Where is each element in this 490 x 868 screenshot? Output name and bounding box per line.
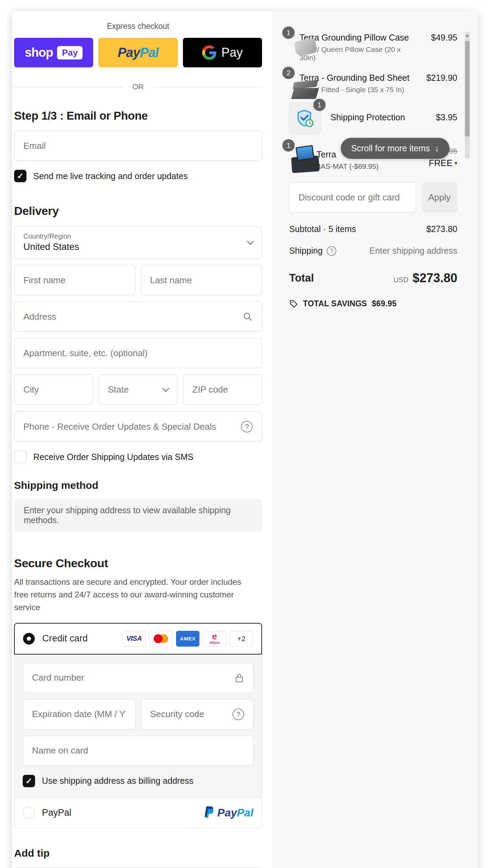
checkbox-check-icon: ✓ (14, 170, 26, 182)
secure-checkout-subtitle: All transactions are secure and encrypte… (14, 575, 255, 614)
checkout-page: Express checkout shop Pay PayPal Pay OR … (0, 0, 490, 868)
name-on-card-input[interactable] (32, 745, 244, 756)
visa-icon: VISA (122, 631, 146, 647)
shipping-value: Enter shipping address (369, 246, 457, 256)
order-items: 1 Terra Grounding Pillow Case Gray / Que… (289, 31, 470, 171)
order-item-terra-mat: 1 The Terra XMAS-MAT (-$69.95) $69.95 (289, 143, 457, 171)
credit-card-option[interactable]: Credit card VISA AMEX eeftpos +2 (14, 623, 262, 655)
scroll-up-arrow-icon[interactable] (466, 34, 469, 37)
credit-card-form: ? ✓ Use shipping address as billing addr… (14, 654, 262, 798)
radio-unselected-icon (23, 807, 34, 818)
security-code-help-icon[interactable]: ? (232, 708, 244, 720)
quantity-badge: 1 (282, 139, 295, 152)
city-input[interactable] (23, 384, 84, 395)
billing-address-checkbox[interactable]: ✓ Use shipping address as billing addres… (23, 775, 253, 787)
down-arrow-icon: ↓ (435, 143, 439, 153)
amex-icon: AMEX (176, 631, 199, 647)
total-label: Total (289, 272, 314, 284)
city-state-zip-row: State (14, 368, 262, 405)
item-price: $219.90 (420, 71, 457, 83)
quantity-badge: 1 (313, 99, 326, 111)
expiration-input[interactable] (32, 709, 126, 719)
lock-icon (235, 673, 244, 683)
scroll-more-tooltip: Scroll for more items ↓ (341, 138, 449, 159)
card-number-wrap (23, 663, 253, 693)
shipping-method-title: Shipping method (14, 480, 262, 491)
chevron-down-icon (247, 238, 254, 245)
shipping-help-icon[interactable]: ? (327, 246, 336, 256)
card-number-input[interactable] (32, 672, 230, 683)
google-pay-button[interactable]: Pay (183, 38, 262, 67)
sms-updates-checkbox[interactable]: ✓ Receive Order Shipping Updates via SMS (14, 451, 262, 463)
secure-checkout-title: Secure Checkout (14, 557, 262, 570)
apartment-field-wrap (14, 338, 262, 368)
add-tip-title: Add tip (14, 847, 262, 859)
name-on-card-wrap (23, 736, 253, 766)
shipping-label: Shipping (289, 246, 323, 256)
zip-input[interactable] (192, 384, 253, 395)
shipping-method-notice: Enter your shipping address to view avai… (14, 499, 262, 532)
name-row (14, 259, 262, 295)
address-field-wrap (14, 301, 262, 332)
order-item-bed-sheet: 2 Terra - Grounding Bed Sheet Gray / Fit… (289, 71, 457, 94)
quantity-badge: 1 (282, 26, 295, 39)
security-code-input[interactable] (150, 709, 229, 719)
shop-pay-logo: shop (25, 45, 53, 60)
subtotal-value: $273.80 (426, 224, 457, 234)
phone-input[interactable] (23, 421, 237, 432)
paypal-express-button[interactable]: PayPal (98, 38, 177, 67)
address-input[interactable] (23, 311, 238, 322)
scrollbar-thumb[interactable] (465, 41, 470, 136)
or-divider: OR (14, 83, 262, 91)
paypal-p-icon (203, 806, 215, 820)
paypal-logo: PayPal (203, 806, 253, 820)
total-savings: TOTAL SAVINGS $69.95 (289, 299, 457, 308)
checkout-card: Express checkout shop Pay PayPal Pay OR … (12, 11, 478, 868)
subtotal-label: Subtotal · 5 items (289, 224, 356, 234)
chevron-down-icon (162, 385, 169, 392)
tag-icon (289, 299, 298, 308)
checkout-column: Express checkout shop Pay PayPal Pay OR … (12, 11, 272, 868)
express-checkout-title: Express checkout (14, 22, 262, 31)
order-item-shipping-protection: 1 Shipping Protection $3.95 (289, 103, 457, 134)
paypal-option[interactable]: PayPal PayPal (14, 798, 262, 828)
search-icon (242, 311, 253, 322)
checkbox-empty-icon: ✓ (14, 451, 26, 463)
free-price-dropdown[interactable]: FREE▾ (420, 158, 457, 168)
item-price: $49.95 (420, 31, 457, 43)
order-summary: 1 Terra Grounding Pillow Case Gray / Que… (272, 11, 478, 868)
email-input[interactable] (23, 141, 253, 151)
item-price: $3.95 (420, 103, 457, 122)
delivery-title: Delivery (14, 204, 262, 218)
google-g-icon (202, 45, 217, 60)
phone-help-icon[interactable]: ? (241, 421, 253, 432)
totals-section: Subtotal · 5 items $273.80 Shipping ? En… (289, 224, 470, 308)
caret-down-icon: ▾ (455, 160, 457, 166)
discount-row: Apply (289, 182, 470, 212)
state-select[interactable]: State (99, 374, 178, 405)
shop-pay-button[interactable]: shop Pay (14, 38, 93, 67)
more-cards-badge: +2 (230, 631, 253, 647)
last-name-input[interactable] (150, 275, 253, 286)
apply-discount-button[interactable]: Apply (422, 182, 457, 212)
apartment-input[interactable] (23, 348, 253, 359)
items-scrollbar[interactable] (465, 32, 470, 158)
step-title: Step 1/3 : Email or Phone (14, 109, 262, 122)
phone-field-wrap: ? (14, 411, 262, 442)
currency-code: USD (393, 276, 409, 284)
discount-tag-text: XMAS-MAT (-$69.95) (310, 162, 379, 171)
total-value: $273.80 (413, 271, 457, 285)
first-name-input[interactable] (23, 275, 126, 286)
radio-selected-icon (23, 633, 35, 645)
country-select[interactable]: Country/Region United States (14, 226, 262, 259)
eftpos-icon: eeftpos (203, 631, 226, 647)
discount-code-input[interactable] (298, 192, 407, 203)
checkbox-check-icon: ✓ (23, 775, 35, 787)
paypal-logo: Pay (118, 45, 140, 60)
shield-check-icon (294, 108, 316, 130)
express-buttons: shop Pay PayPal Pay (14, 38, 262, 67)
mastercard-icon (149, 631, 173, 647)
tracking-checkbox[interactable]: ✓ Send me live tracking and order update… (14, 170, 262, 182)
card-brands: VISA AMEX eeftpos +2 (122, 631, 253, 647)
quantity-badge: 2 (282, 67, 295, 79)
